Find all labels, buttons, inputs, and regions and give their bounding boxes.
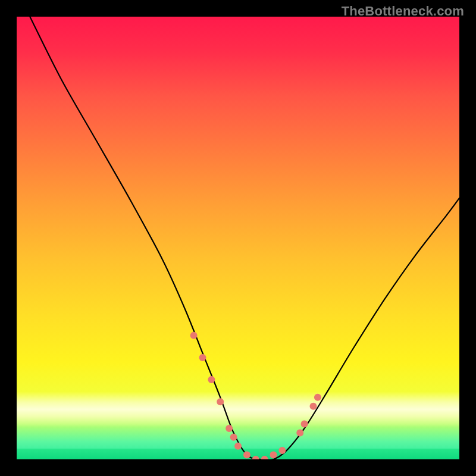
watermark-text: TheBottleneck.com	[342, 4, 464, 19]
plot-area	[17, 17, 459, 459]
bottom-green-strip	[17, 449, 459, 459]
